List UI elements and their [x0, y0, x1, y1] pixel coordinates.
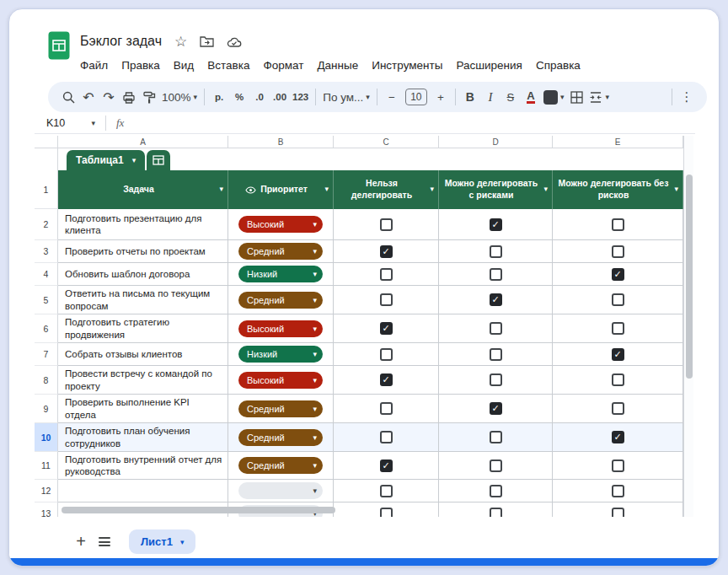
row-header-7[interactable]: 7	[35, 343, 58, 366]
menu-item-0[interactable]: Файл	[73, 57, 115, 73]
priority-chip[interactable]: Высокий▾	[238, 320, 323, 337]
italic-button[interactable]: I	[480, 86, 500, 108]
zoom-select[interactable]: 100%▾	[159, 86, 200, 108]
font-size-input[interactable]: 10	[405, 89, 427, 105]
menu-item-4[interactable]: Формат	[256, 57, 310, 73]
checkbox[interactable]: ✓	[380, 459, 393, 472]
priority-cell[interactable]: Высокий▾	[228, 209, 334, 240]
column-header-c[interactable]: C	[334, 136, 439, 148]
checkbox[interactable]: ✓	[612, 348, 624, 361]
checkbox[interactable]	[490, 431, 502, 443]
checkbox[interactable]	[380, 293, 393, 306]
number-format-button[interactable]: 123	[290, 86, 311, 108]
priority-cell[interactable]: Средний▾	[228, 452, 334, 480]
checkbox[interactable]	[380, 508, 393, 518]
checkbox[interactable]	[612, 218, 624, 231]
menu-item-6[interactable]: Инструменты	[365, 57, 449, 73]
task-cell[interactable]: Подготовить внутренний отчет для руковод…	[58, 452, 228, 480]
header-cannot-delegate[interactable]: Нельзя делегировать ▾	[334, 170, 439, 209]
row-header-6[interactable]: 6	[35, 314, 58, 343]
vertical-scrollbar[interactable]	[683, 136, 693, 517]
table-tab[interactable]: Таблица1 ▾	[67, 150, 145, 170]
row-header-4[interactable]: 4	[35, 263, 58, 286]
priority-cell[interactable]: ▾	[228, 480, 334, 502]
all-sheets-icon[interactable]	[99, 535, 110, 549]
menu-item-7[interactable]: Расширения	[449, 57, 529, 73]
task-cell[interactable]: Проверить отчеты по проектам	[58, 240, 228, 263]
row-header-10[interactable]: 10	[35, 423, 58, 452]
currency-format-button[interactable]: р.	[209, 86, 229, 108]
paint-format-icon[interactable]	[139, 86, 159, 108]
menu-item-3[interactable]: Вставка	[201, 57, 256, 73]
checkbox[interactable]: ✓	[612, 268, 624, 281]
checkbox[interactable]	[612, 485, 624, 497]
horizontal-scrollbar-thumb[interactable]	[62, 507, 335, 513]
checkbox[interactable]	[490, 508, 502, 518]
row-header-12[interactable]: 12	[35, 480, 58, 502]
header-delegate-with-risk[interactable]: Можно делегировать с рисками ▾	[439, 170, 553, 209]
checkbox[interactable]	[490, 245, 502, 258]
row-header-2[interactable]: 2	[35, 209, 58, 240]
header-priority[interactable]: Приоритет ▾	[228, 170, 334, 209]
checkbox[interactable]	[380, 402, 393, 415]
priority-chip[interactable]: Средний▾	[238, 400, 323, 417]
cloud-status-icon[interactable]	[227, 36, 242, 47]
checkbox[interactable]	[490, 373, 502, 386]
row-header-3[interactable]: 3	[35, 240, 58, 263]
task-cell[interactable]: Провести встречу с командой по проекту	[58, 366, 228, 395]
row-header-8[interactable]: 8	[35, 366, 58, 395]
checkbox[interactable]	[612, 402, 624, 415]
checkbox[interactable]	[490, 485, 502, 497]
star-icon[interactable]: ☆	[174, 33, 187, 51]
priority-chip[interactable]: Средний▾	[238, 243, 323, 260]
checkbox[interactable]: ✓	[380, 245, 393, 258]
strikethrough-button[interactable]: S	[500, 86, 521, 108]
checkbox[interactable]: ✓	[380, 373, 393, 386]
priority-cell[interactable]: Высокий▾	[228, 314, 334, 343]
column-header-a[interactable]: A	[58, 136, 228, 148]
checkbox[interactable]	[490, 459, 502, 472]
select-all-corner[interactable]	[35, 136, 58, 148]
checkbox[interactable]: ✓	[490, 402, 502, 415]
row-header-9[interactable]: 9	[35, 395, 58, 423]
header-task[interactable]: Задача ▾	[58, 170, 228, 209]
priority-chip[interactable]: ▾	[238, 482, 323, 499]
document-title[interactable]: Бэклог задач	[80, 34, 162, 49]
font-select[interactable]: По ум...▾	[320, 86, 372, 108]
checkbox[interactable]	[612, 508, 624, 518]
checkbox[interactable]	[612, 293, 624, 306]
undo-icon[interactable]: ↶	[78, 86, 99, 108]
text-color-button[interactable]: A	[527, 90, 534, 105]
checkbox[interactable]	[380, 218, 393, 231]
print-icon[interactable]	[119, 86, 139, 108]
priority-chip[interactable]: Средний▾	[238, 292, 323, 309]
decrease-font-size-button[interactable]: −	[382, 86, 402, 108]
checkbox[interactable]: ✓	[612, 431, 624, 443]
checkbox[interactable]	[612, 245, 624, 258]
priority-chip[interactable]: Средний▾	[238, 429, 323, 446]
task-cell[interactable]: Подготовить презентацию для клиента	[58, 209, 228, 240]
checkbox[interactable]: ✓	[380, 322, 393, 335]
row-header-1[interactable]: 1	[35, 170, 58, 209]
header-delegate-no-risk[interactable]: Можно делегировать без рисков ▾	[553, 170, 683, 209]
percent-format-button[interactable]: %	[229, 86, 249, 108]
task-cell[interactable]: Подготовить стратегию продвижения	[58, 314, 228, 343]
priority-cell[interactable]: Низкий▾	[228, 263, 334, 286]
more-icon[interactable]: ⋮	[677, 86, 697, 108]
task-cell[interactable]: Проверить выполнение KPI отдела	[58, 395, 228, 423]
priority-cell[interactable]: Средний▾	[228, 423, 334, 452]
checkbox[interactable]: ✓	[490, 218, 502, 231]
add-sheet-button[interactable]: +	[68, 532, 94, 551]
row-header-5[interactable]: 5	[35, 286, 58, 314]
menu-item-8[interactable]: Справка	[529, 57, 587, 73]
checkbox[interactable]	[612, 373, 624, 386]
checkbox[interactable]	[612, 322, 624, 335]
priority-cell[interactable]: Средний▾	[228, 286, 334, 314]
bold-button[interactable]: B	[460, 86, 480, 108]
column-header-b[interactable]: B	[228, 136, 334, 148]
column-header-d[interactable]: D	[439, 136, 553, 148]
priority-cell[interactable]: Средний▾	[228, 240, 334, 263]
checkbox[interactable]	[380, 348, 393, 361]
menu-item-5[interactable]: Данные	[310, 57, 365, 73]
priority-chip[interactable]: Высокий▾	[238, 372, 323, 389]
